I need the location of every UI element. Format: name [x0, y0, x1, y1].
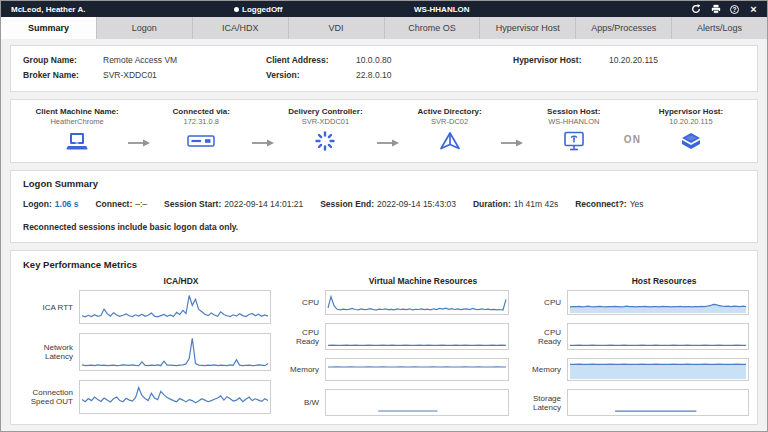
tab-summary[interactable]: Summary	[1, 17, 97, 39]
pipeline-node-client-machine: Client Machine Name: HeatherChrome	[27, 107, 127, 153]
chart-label: CPU Ready	[285, 328, 325, 346]
metrics-column: Host ResourcesCPUCPU ReadyMemoryStorage …	[523, 274, 755, 416]
chart-row: CPU Ready	[285, 323, 515, 350]
hypervisor-stack-icon	[679, 129, 703, 153]
client-address-label: Client Address:	[266, 53, 356, 68]
stat-value-connect: –:–	[135, 199, 147, 209]
version-value: 22.8.0.10	[356, 68, 513, 83]
stat-label: Duration:	[473, 199, 511, 209]
pipeline-node-value: HeatherChrome	[50, 117, 103, 127]
chart-row: ICA RTT	[23, 290, 277, 324]
pipeline-node-label: Hypervisor Host:	[659, 107, 723, 117]
pipeline-node-value: SVR-DC02	[431, 117, 468, 127]
chart-row: B/W	[285, 389, 515, 416]
tab-hypervisor-host[interactable]: Hypervisor Host	[480, 17, 576, 39]
chart-row: Storage Latency	[523, 389, 755, 416]
pipeline-node-active-directory: Active Directory: SVR-DC02	[400, 107, 500, 153]
gateway-icon	[187, 129, 215, 153]
tab-apps-processes[interactable]: Apps/Processes	[576, 17, 672, 39]
pipeline-node-delivery-controller: Delivery Controller: SVR-XDDC01	[275, 107, 375, 153]
title-bar: McLeod, Heather A. LoggedOff WS-HHANLON …	[1, 1, 767, 17]
arrow-right-icon	[500, 133, 524, 151]
key-performance-metrics-card: Key Performance Metrics ICA/HDXICA RTTNe…	[10, 250, 758, 425]
window-controls: ? ×	[690, 4, 759, 15]
arrow-right-icon	[376, 133, 400, 151]
network-latency-sparkline-chart	[79, 333, 271, 371]
metrics-column: Virtual Machine ResourcesCPUCPU ReadyMem…	[285, 274, 515, 416]
refresh-icon[interactable]	[690, 4, 701, 15]
help-icon[interactable]: ?	[730, 5, 739, 14]
stat-duration: Duration:1h 41m 42s	[473, 199, 558, 209]
tab-ica-hdx[interactable]: ICA/HDX	[193, 17, 289, 39]
metrics-title: Key Performance Metrics	[23, 259, 749, 270]
close-icon[interactable]: ×	[748, 4, 759, 15]
session-status: LoggedOff	[234, 5, 282, 14]
logon-stats-row: Logon:1.06 s Connect:–:– Session Start:2…	[23, 199, 745, 209]
chart-row: CPU Ready	[523, 323, 755, 350]
connection-pipeline-card: Client Machine Name: HeatherChrome Conne…	[10, 99, 758, 163]
tab-chrome-os[interactable]: Chrome OS	[385, 17, 481, 39]
pipeline-node-connected-via: Connected via: 172.31.0.8	[151, 107, 251, 153]
reconnect-note: Reconnected sessions include basic logon…	[23, 222, 745, 232]
session-details-window: McLeod, Heather A. LoggedOff WS-HHANLON …	[0, 0, 768, 432]
session-host-monitor-icon	[563, 129, 585, 153]
stat-label: Logon:	[23, 199, 52, 209]
b-w-sparkline-chart	[325, 389, 509, 416]
logon-summary-card: Logon Summary Logon:1.06 s Connect:–:– S…	[10, 170, 758, 243]
chart-row: Memory	[285, 358, 515, 381]
stat-value-logon: 1.06 s	[55, 199, 79, 209]
pipeline-node-label: Delivery Controller:	[288, 107, 362, 117]
arrow-right-icon	[251, 133, 275, 151]
memory-sparkline-chart	[325, 358, 509, 381]
pipeline-node-value: WS-HHANLON	[548, 117, 599, 127]
titlebar-machine-name: WS-HHANLON	[414, 5, 470, 14]
chart-row: CPU	[285, 290, 515, 315]
chart-label: Memory	[523, 365, 567, 374]
chart-label: Storage Latency	[523, 394, 567, 412]
chart-label: Network Latency	[23, 343, 79, 361]
stat-session-start: Session Start:2022-09-14 14:01:21	[164, 199, 303, 209]
session-info-card: Group Name: Broker Name: Remote Access V…	[10, 45, 758, 92]
stat-connect: Connect:–:–	[95, 199, 147, 209]
info-group-client: Client Address: Version: 10.0.0.80 22.8.…	[266, 53, 513, 83]
group-name-label: Group Name:	[23, 53, 103, 68]
tab-vdi[interactable]: VDI	[289, 17, 385, 39]
pipeline-node-label: Session Host:	[547, 107, 600, 117]
active-directory-icon	[439, 129, 461, 153]
chart-label: Connection Speed OUT	[23, 388, 79, 406]
tab-bar: Summary Logon ICA/HDX VDI Chrome OS Hype…	[1, 17, 767, 39]
pipeline-node-hypervisor-host: Hypervisor Host: 10.20.20.115	[641, 107, 741, 153]
pipeline-node-value: 10.20.20.115	[669, 117, 712, 127]
client-address-value: 10.0.0.80	[356, 53, 513, 68]
pipeline-node-label: Active Directory:	[418, 107, 482, 117]
metrics-column-header: Virtual Machine Resources	[331, 274, 515, 290]
session-status-label: LoggedOff	[242, 5, 282, 14]
version-label: Version:	[266, 68, 356, 83]
stat-value-session-start: 2022-09-14 14:01:21	[224, 199, 303, 209]
chart-label: B/W	[285, 398, 325, 407]
stat-label: Connect:	[95, 199, 132, 209]
memory-sparkline-chart	[567, 358, 749, 381]
cpu-sparkline-chart	[567, 290, 749, 315]
hypervisor-host-label: Hypervisor Host:	[513, 53, 609, 68]
stat-label: Reconnect?:	[575, 199, 626, 209]
chart-row: CPU	[523, 290, 755, 315]
arrow-right-icon	[127, 133, 151, 151]
tab-logon[interactable]: Logon	[97, 17, 193, 39]
status-dot-icon	[234, 7, 239, 12]
print-icon[interactable]	[710, 4, 721, 15]
tab-alerts-logs[interactable]: Alerts/Logs	[672, 17, 767, 39]
stat-value-reconnect: Yes	[630, 199, 644, 209]
metrics-columns: ICA/HDXICA RTTNetwork LatencyConnection …	[23, 274, 749, 416]
connection-speed-out-sparkline-chart	[79, 380, 271, 414]
controller-burst-icon	[315, 129, 335, 153]
cpu-sparkline-chart	[325, 290, 509, 315]
group-name-value: Remote Access VM	[103, 53, 266, 68]
stat-value-duration: 1h 41m 42s	[514, 199, 558, 209]
metrics-column: ICA/HDXICA RTTNetwork LatencyConnection …	[23, 274, 277, 416]
pipeline-node-session-host: Session Host: WS-HHANLON	[524, 107, 624, 153]
info-group-host: Hypervisor Host: 10.20.20.115	[513, 53, 658, 83]
chart-label: CPU	[285, 298, 325, 307]
cpu-ready-sparkline-chart	[325, 323, 509, 350]
metrics-column-header: ICA/HDX	[85, 274, 277, 290]
